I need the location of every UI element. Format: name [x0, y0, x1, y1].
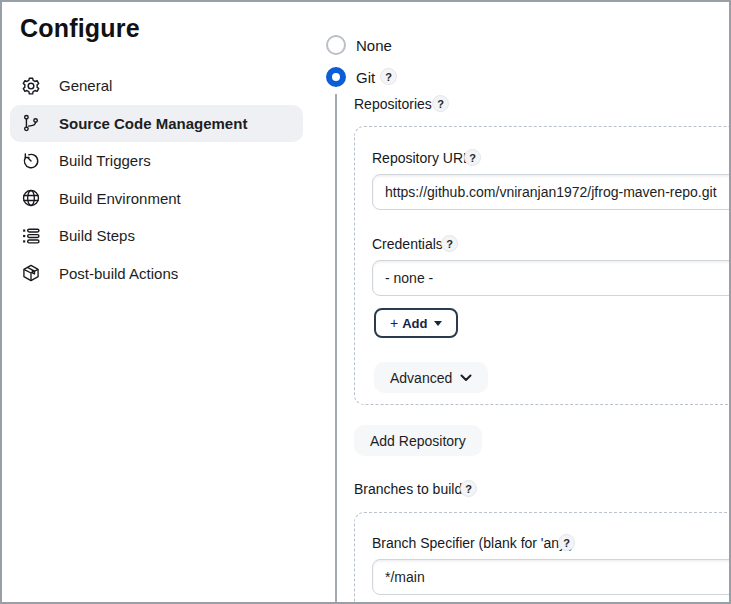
stopwatch-icon: [21, 151, 41, 171]
advanced-button[interactable]: Advanced: [374, 362, 488, 393]
credentials-selected-value: - none -: [385, 270, 433, 286]
sidebar-item-build-triggers[interactable]: Build Triggers: [10, 142, 303, 180]
sidebar-item-general[interactable]: General: [10, 67, 303, 105]
sidebar-item-label: Build Triggers: [59, 152, 151, 169]
globe-icon: [21, 188, 41, 208]
credentials-help-icon[interactable]: ?: [441, 235, 458, 252]
repository-url-input[interactable]: [372, 174, 731, 210]
branch-specifier-label: Branch Specifier (blank for 'any'): [372, 535, 573, 551]
sidebar-item-post-build-actions[interactable]: Post-build Actions: [10, 255, 303, 293]
credentials-select[interactable]: - none -: [372, 260, 731, 296]
chevron-down-icon: [460, 374, 472, 382]
git-branch-icon: [21, 113, 41, 133]
git-help-icon[interactable]: ?: [380, 68, 397, 85]
repositories-help-icon[interactable]: ?: [432, 95, 449, 112]
credentials-label: Credentials: [372, 236, 443, 252]
branches-help-icon[interactable]: ?: [460, 480, 477, 497]
scm-none-radio[interactable]: [326, 35, 346, 55]
plus-icon: +: [390, 315, 398, 331]
repository-url-help-icon[interactable]: ?: [464, 149, 481, 166]
gear-icon: [21, 76, 41, 96]
git-section-tree-line: [335, 94, 337, 602]
configure-page: Configure General Source Co: [0, 0, 731, 604]
sidebar-item-label: General: [59, 77, 112, 94]
package-icon: [21, 263, 41, 283]
sidebar-item-source-code-management[interactable]: Source Code Management: [10, 105, 303, 143]
scm-git-label[interactable]: Git: [356, 69, 375, 86]
caret-down-icon: [434, 321, 442, 326]
add-repository-button[interactable]: Add Repository: [354, 425, 482, 456]
repository-url-label: Repository URL: [372, 150, 471, 166]
scm-none-label[interactable]: None: [356, 37, 392, 54]
branch-specifier-help-icon[interactable]: ?: [558, 534, 575, 551]
list-icon: [21, 226, 41, 246]
sidebar-item-label: Source Code Management: [59, 115, 247, 132]
config-sidebar: General Source Code Management: [10, 67, 303, 292]
add-credentials-button[interactable]: + Add: [374, 308, 458, 338]
sidebar-item-label: Post-build Actions: [59, 265, 178, 282]
sidebar-item-label: Build Steps: [59, 227, 135, 244]
branches-to-build-label: Branches to build: [354, 481, 462, 497]
sidebar-item-build-environment[interactable]: Build Environment: [10, 180, 303, 218]
sidebar-item-build-steps[interactable]: Build Steps: [10, 217, 303, 255]
scm-git-radio[interactable]: [326, 67, 346, 87]
page-title: Configure: [20, 14, 140, 43]
branch-specifier-input[interactable]: [372, 559, 731, 595]
sidebar-item-label: Build Environment: [59, 190, 181, 207]
repositories-section-label: Repositories: [354, 96, 432, 112]
